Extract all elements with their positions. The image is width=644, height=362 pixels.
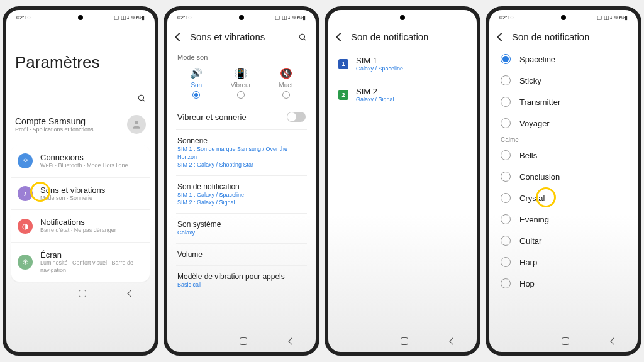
item-sons-vibrations[interactable]: ♪ Sons et vibrations Mode son · Sonnerie bbox=[11, 177, 150, 210]
block-line: SIM 2 : Galaxy / Signal bbox=[177, 199, 306, 207]
radio[interactable] bbox=[237, 91, 245, 99]
radio[interactable] bbox=[501, 54, 511, 64]
search-icon[interactable] bbox=[137, 94, 146, 102]
camera-hole bbox=[78, 15, 83, 20]
ringtone-voyager[interactable]: Voyager bbox=[498, 112, 629, 134]
toggle-switch[interactable] bbox=[287, 112, 306, 122]
search-icon[interactable] bbox=[298, 33, 307, 41]
item-notifications[interactable]: ◑ Notifications Barre d'état · Ne pas dé… bbox=[11, 209, 150, 242]
ringtone-label: Transmitter bbox=[519, 97, 560, 107]
page-title: Paramètres bbox=[6, 25, 155, 90]
item-title: Sons et vibrations bbox=[40, 185, 105, 195]
nav-recent[interactable] bbox=[350, 341, 358, 341]
sim1-row[interactable]: 1 SIM 1 Galaxy / Spaceline bbox=[337, 48, 468, 79]
block-line: Galaxy bbox=[177, 229, 306, 237]
ringtone-bells[interactable]: Bells bbox=[498, 145, 629, 166]
item-title: Connexions bbox=[40, 153, 128, 162]
settings-card: ⌔ Connexions Wi-Fi · Bluetooth · Mode Ho… bbox=[11, 145, 150, 282]
radio[interactable] bbox=[501, 236, 511, 246]
wifi-icon: ⌔ bbox=[18, 153, 33, 168]
radio[interactable] bbox=[501, 118, 511, 128]
ringtone-hop[interactable]: Hop bbox=[498, 273, 629, 294]
toggle-label: Vibreur et sonnerie bbox=[177, 112, 247, 122]
block-sonnerie[interactable]: Sonnerie SIM 1 : Son de marque Samsung /… bbox=[176, 129, 307, 175]
back-icon[interactable] bbox=[175, 32, 184, 41]
sound-mode-row: 🔊 Son 📳 Vibreur 🔇 Muet bbox=[176, 65, 307, 104]
ringtone-harp[interactable]: Harp bbox=[498, 251, 629, 273]
block-title: Son système bbox=[177, 220, 306, 229]
radio[interactable] bbox=[501, 150, 511, 160]
nav-back[interactable] bbox=[611, 337, 618, 344]
item-title: Notifications bbox=[40, 217, 116, 227]
block-vibration-pattern[interactable]: Modèle de vibration pour appels Basic ca… bbox=[176, 265, 307, 295]
radio[interactable] bbox=[501, 75, 511, 85]
nav-recent[interactable] bbox=[28, 293, 36, 293]
status-time: 02:10 bbox=[16, 14, 31, 21]
nav-bar bbox=[328, 329, 477, 352]
item-subtitle: Luminosité · Confort visuel · Barre de n… bbox=[40, 260, 143, 274]
ringtone-label: Hop bbox=[519, 279, 535, 288]
nav-home[interactable] bbox=[79, 290, 86, 297]
category-calme: Calme bbox=[498, 134, 629, 145]
ringtone-evening[interactable]: Evening bbox=[498, 209, 629, 230]
mode-vibreur[interactable]: 📳 Vibreur bbox=[231, 67, 251, 99]
block-title: Volume bbox=[177, 250, 306, 259]
nav-recent[interactable] bbox=[511, 341, 519, 341]
sim2-row[interactable]: 2 SIM 2 Galaxy / Signal bbox=[337, 79, 468, 110]
nav-back[interactable] bbox=[450, 337, 457, 344]
radio[interactable] bbox=[501, 172, 511, 182]
radio[interactable] bbox=[501, 97, 511, 107]
notification-icon: ◑ bbox=[18, 219, 33, 234]
nav-home[interactable] bbox=[401, 337, 408, 345]
ringtone-label: Harp bbox=[519, 258, 537, 267]
nav-home[interactable] bbox=[562, 337, 569, 345]
ringtone-label: Sticky bbox=[519, 76, 541, 85]
radio[interactable] bbox=[282, 91, 290, 99]
block-volume[interactable]: Volume bbox=[176, 243, 307, 265]
mode-label: Muet bbox=[279, 82, 292, 89]
back-icon[interactable] bbox=[336, 32, 345, 41]
ringtone-sticky[interactable]: Sticky bbox=[498, 70, 629, 91]
vibrate-ring-toggle[interactable]: Vibreur et sonnerie bbox=[176, 104, 307, 129]
radio[interactable] bbox=[501, 193, 511, 203]
avatar[interactable] bbox=[127, 115, 146, 134]
nav-recent[interactable] bbox=[189, 341, 197, 341]
nav-back[interactable] bbox=[128, 290, 135, 297]
status-right: ▢ ◫ ⫰ 99%▮ bbox=[275, 14, 306, 21]
mode-muet[interactable]: 🔇 Muet bbox=[279, 67, 292, 99]
nav-back[interactable] bbox=[289, 337, 296, 344]
block-son-notification[interactable]: Son de notification SIM 1 : Galaxy / Spa… bbox=[176, 175, 307, 213]
radio[interactable] bbox=[501, 214, 511, 224]
ringtone-guitar[interactable]: Guitar bbox=[498, 230, 629, 251]
item-ecran[interactable]: ☀ Écran Luminosité · Confort visuel · Ba… bbox=[11, 242, 150, 282]
camera-hole bbox=[239, 15, 244, 20]
back-icon[interactable] bbox=[497, 32, 506, 41]
page-header: Son de notification bbox=[328, 25, 477, 48]
ringtone-label: Crystal bbox=[519, 194, 545, 203]
samsung-account-row[interactable]: Compte Samsung Profil · Applications et … bbox=[6, 109, 155, 140]
phone-notification-sim: Son de notification 1 SIM 1 Galaxy / Spa… bbox=[325, 6, 480, 356]
mode-son[interactable]: 🔊 Son bbox=[190, 67, 203, 99]
nav-home[interactable] bbox=[240, 337, 247, 345]
sim1-badge: 1 bbox=[338, 59, 348, 69]
radio[interactable] bbox=[501, 278, 511, 288]
block-line: Basic call bbox=[177, 281, 306, 289]
ringtone-conclusion[interactable]: Conclusion bbox=[498, 166, 629, 187]
phone-ringtone-list: 02:10 ▢ ◫ ⫰ 99%▮ Son de notification Spa… bbox=[486, 6, 641, 356]
svg-line-4 bbox=[304, 38, 306, 40]
phone-sounds-vibrations: 02:10 ▢ ◫ ⫰ 99%▮ Sons et vibrations Mode… bbox=[164, 6, 319, 356]
sim-subtitle: Galaxy / Spaceline bbox=[356, 65, 403, 72]
radio[interactable] bbox=[192, 91, 200, 99]
block-line: SIM 2 : Galaxy / Shooting Star bbox=[177, 161, 306, 169]
item-connexions[interactable]: ⌔ Connexions Wi-Fi · Bluetooth · Mode Ho… bbox=[11, 145, 150, 177]
item-subtitle: Mode son · Sonnerie bbox=[40, 195, 105, 202]
mode-son-label: Mode son bbox=[176, 48, 307, 65]
ringtone-crystal[interactable]: Crystal bbox=[498, 187, 629, 209]
radio[interactable] bbox=[501, 257, 511, 267]
ringtone-spaceline[interactable]: Spaceline bbox=[498, 48, 629, 70]
sound-icon: ♪ bbox=[18, 186, 33, 201]
nav-bar bbox=[6, 282, 155, 304]
ringtone-transmitter[interactable]: Transmitter bbox=[498, 91, 629, 112]
account-subtitle: Profil · Applications et fonctions bbox=[15, 126, 94, 133]
block-son-systeme[interactable]: Son système Galaxy bbox=[176, 213, 307, 243]
